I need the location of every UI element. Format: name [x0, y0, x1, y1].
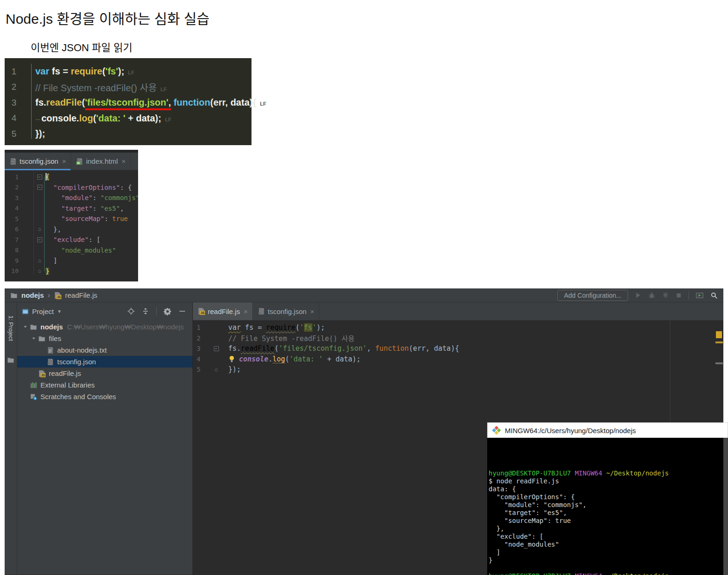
settings-icon[interactable] — [164, 308, 172, 315]
code-line[interactable]: 4 "target": "es5", — [5, 203, 138, 214]
js-icon: JS — [38, 370, 46, 377]
terminal-line: "compilerOptions": { — [489, 493, 728, 501]
tree-item-Scratches and Consoles[interactable]: Scratches and Consoles — [17, 391, 192, 402]
json-icon — [9, 158, 17, 165]
line-number: 1 — [193, 324, 211, 331]
stop-icon[interactable] — [675, 292, 682, 299]
terminal-line — [489, 446, 728, 454]
terminal-line: } — [489, 556, 728, 564]
tree-item-External Libraries[interactable]: External Libraries — [17, 379, 192, 391]
code-line[interactable]: 4 console.log('data: ' + data); — [193, 354, 723, 365]
inspection-widget[interactable] — [716, 331, 722, 338]
code-line[interactable]: 9 ⌂ ] — [5, 255, 138, 266]
debug-icon[interactable] — [648, 292, 655, 299]
code-line[interactable]: 7 − "exclude": [ — [5, 234, 138, 245]
tab-tsconfig.json[interactable]: tsconfig.json × — [5, 153, 71, 170]
svg-text:JS: JS — [200, 311, 205, 314]
page-title: Node.js 환경을 이해하는 심화 실습 — [6, 7, 210, 28]
code-line[interactable]: 10 ⌂ } — [5, 266, 138, 277]
snippet-code-line: 4 ···console.log('data: ' + data);LF — [5, 111, 251, 127]
code-line[interactable]: 2 // File System -readFile() 사용 — [193, 333, 723, 344]
run-icon[interactable] — [635, 292, 642, 299]
error-stripe-mark[interactable] — [715, 362, 723, 364]
line-ending-marker: LF — [260, 101, 266, 107]
tree-item-nodejs[interactable]: nodejs C:₩Users₩hyung₩Desktop₩nodejs — [17, 321, 192, 333]
code-line[interactable]: 5 "sourceMap": true — [5, 214, 138, 224]
fold-marker[interactable]: − — [37, 185, 42, 190]
line-number: 5 — [193, 366, 211, 373]
snippet-code-line: 3 fs.readFile('files/tsconfig.json', fun… — [5, 95, 251, 111]
git-icon — [492, 426, 501, 435]
code-line[interactable]: 8 "node_modules" — [5, 245, 138, 256]
close-icon[interactable]: × — [310, 308, 314, 315]
fold-end-marker[interactable]: ⌂ — [38, 227, 41, 232]
code-snippet-image: 1 var fs = require('fs');LF 2 // File Sy… — [5, 58, 251, 145]
tree-item-files[interactable]: files — [17, 333, 192, 344]
fold-marker[interactable]: − — [37, 237, 42, 242]
snippet-code-line: 2 // File System -readFile() 사용LF — [5, 80, 251, 95]
terminal-line: ] — [489, 548, 728, 556]
fold-marker[interactable]: − — [214, 346, 219, 351]
terminal-title-bar[interactable]: MINGW64:/c/Users/hyung/Desktop/nodejs — [487, 422, 728, 438]
line-number: 6 — [5, 226, 19, 233]
close-icon[interactable]: × — [244, 308, 248, 315]
tree-item-tsconfig.json[interactable]: tsconfig.json — [17, 356, 192, 368]
code-line[interactable]: 3 − fs.readFile('files/tsconfig.json', f… — [193, 343, 723, 354]
terminal-line — [489, 461, 728, 469]
svg-text:JS: JS — [41, 374, 45, 377]
code-line[interactable]: 1 − { — [5, 172, 138, 182]
chevron-down-icon[interactable] — [21, 324, 29, 329]
tree-item-about-nodejs.txt[interactable]: about-nodejs.txt — [17, 344, 192, 356]
tab-readFile.js[interactable]: JSreadFile.js × — [193, 302, 253, 320]
tsconfig-editor-image: tsconfig.json × Hindex.html × 1 − { 2 − … — [5, 150, 138, 281]
tab-index.html[interactable]: Hindex.html × — [71, 153, 131, 170]
editor-code[interactable]: 1 var fs = require('fs'); 2 // File Syst… — [193, 321, 723, 375]
js-icon: JS — [198, 308, 205, 315]
tool-window-bar: 1: Project — [5, 302, 17, 575]
terminal-line: "sourceMap": true — [489, 517, 728, 525]
tab-label: index.html — [86, 157, 118, 165]
terminal-line — [489, 564, 728, 572]
chevron-down-icon[interactable]: ▼ — [57, 309, 62, 314]
code-line[interactable]: 5 ⌂ }); — [193, 364, 723, 375]
json-icon — [258, 308, 265, 315]
breadcrumb-project[interactable]: nodejs — [21, 291, 44, 299]
add-configuration-button[interactable]: Add Configuration... — [557, 290, 628, 301]
project-panel: Project ▼ nodejs C:₩Users₩hyung₩Desktop₩… — [17, 302, 193, 575]
collapse-all-icon[interactable] — [142, 308, 149, 315]
tree-item-readFile.js[interactable]: JS readFile.js — [17, 368, 192, 379]
line-number: 7 — [5, 236, 19, 243]
run-anything-icon[interactable] — [695, 292, 704, 299]
coverage-icon[interactable] — [662, 292, 669, 299]
snippet-code-line: 5 }); — [5, 126, 251, 142]
code-line[interactable]: 2 − "compilerOptions": { — [5, 182, 138, 193]
error-stripe-mark[interactable] — [715, 341, 723, 343]
chevron-down-icon[interactable] — [29, 336, 38, 341]
locate-icon[interactable] — [127, 308, 135, 315]
hide-icon[interactable] — [179, 308, 186, 315]
close-icon[interactable]: × — [62, 157, 66, 165]
breadcrumb-separator: › — [47, 291, 50, 299]
breadcrumb-file[interactable]: readFile.js — [65, 291, 97, 299]
code-line[interactable]: 6 ⌂ }, — [5, 224, 138, 235]
fold-marker[interactable]: − — [37, 174, 42, 180]
code-line[interactable]: 3 "module": "commonjs", — [5, 193, 138, 203]
terminal-title: MINGW64:/c/Users/hyung/Desktop/nodejs — [505, 427, 636, 435]
terminal-body[interactable]: hyung@DESKTOP-U7BJLU7 MINGW64 ~/Desktop/… — [487, 438, 728, 575]
project-panel-title[interactable]: Project — [32, 308, 54, 315]
tree-item-label: Scratches and Consoles — [40, 393, 116, 401]
lib-icon — [29, 381, 38, 389]
project-tool-window-button[interactable]: 1: Project — [7, 315, 14, 341]
code-line[interactable]: 1 var fs = require('fs'); — [193, 322, 723, 333]
scratch-icon — [29, 393, 38, 401]
search-icon[interactable] — [710, 292, 718, 299]
fold-end-marker[interactable]: ⌂ — [38, 258, 41, 263]
fold-end-marker[interactable]: ⌂ — [214, 367, 218, 372]
terminal-line — [489, 454, 728, 461]
close-icon[interactable]: × — [122, 157, 126, 165]
fold-end-marker[interactable]: ⌂ — [38, 268, 41, 274]
line-number: 2 — [5, 184, 19, 191]
project-tree: nodejs C:₩Users₩hyung₩Desktop₩nodejs fil… — [17, 320, 192, 402]
tab-tsconfig.json[interactable]: tsconfig.json × — [253, 302, 319, 320]
terminal-scrollbar[interactable] — [723, 438, 728, 575]
